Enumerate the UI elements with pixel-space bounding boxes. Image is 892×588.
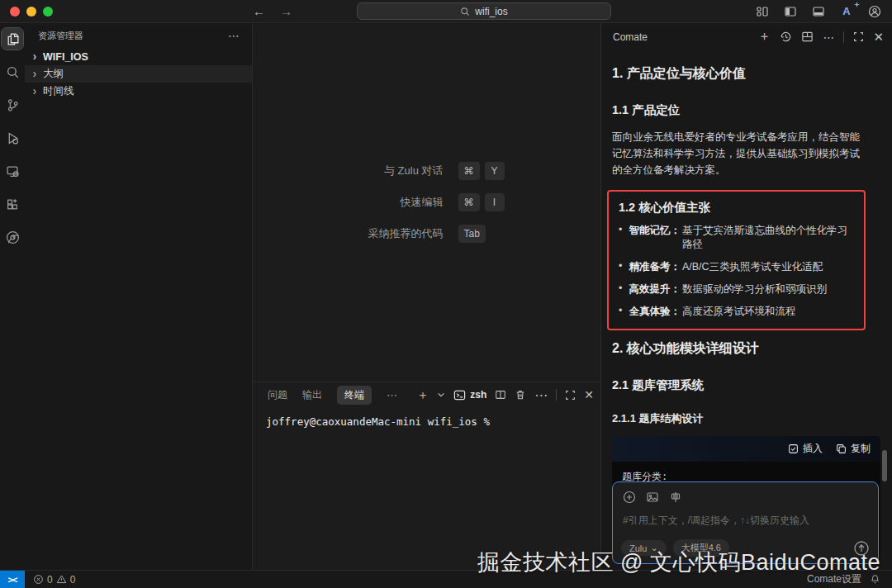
keycap-tab: Tab	[458, 225, 486, 243]
chevron-right-icon: ›	[30, 67, 40, 81]
tree-item-timeline[interactable]: › 时间线	[25, 83, 252, 100]
close-panel-icon[interactable]: ✕	[584, 388, 594, 401]
watermark-text: 掘金技术社区 @ 文心快码BaiduComate	[477, 548, 880, 577]
terminal-panel: 问题 输出 终端 ⋯ ＋ zsh ⋯ ✕ joffrey@caoxuande	[253, 382, 600, 570]
new-terminal-button[interactable]: ＋	[416, 387, 429, 403]
vscode-window: ← → wifi_ios A	[0, 0, 892, 588]
search-icon	[460, 7, 470, 17]
remote-explorer-icon[interactable]	[2, 160, 23, 182]
comate-more-icon[interactable]: ⋯	[823, 31, 834, 44]
error-icon	[33, 574, 44, 585]
value-bullet-list: 智能记忆：基于艾宾浩斯遗忘曲线的个性化学习路径 精准备考：A/B/C三类执照考试…	[619, 224, 856, 319]
terminal-dropdown-icon[interactable]	[437, 391, 445, 399]
comate-panel: Comate ＋ ⋯ ✕ 1. 产品定位与核心价值 1.1 产品定位 面向业余无…	[600, 23, 892, 570]
back-button[interactable]: ←	[253, 4, 265, 18]
tab-problems[interactable]: 问题	[268, 388, 287, 402]
add-context-icon[interactable]	[623, 491, 636, 504]
tab-terminal[interactable]: 终端	[337, 386, 372, 405]
zoom-window-button[interactable]	[43, 7, 53, 17]
chat-input-placeholder[interactable]: #引用上下文，/调起指令，↑↓切换历史输入	[623, 514, 868, 528]
insert-check-icon	[788, 443, 799, 454]
run-debug-icon[interactable]	[2, 127, 23, 149]
explorer-tab-icon[interactable]	[2, 28, 23, 50]
chevron-right-icon: ›	[30, 84, 40, 98]
command-center-search[interactable]: wifi_ios	[357, 2, 611, 20]
activity-bar	[0, 23, 25, 570]
chevron-right-icon: ›	[30, 50, 40, 64]
search-view-icon[interactable]	[2, 61, 23, 83]
tab-output[interactable]: 输出	[302, 388, 322, 402]
doc-heading: 2. 核心功能模块详细设计	[612, 340, 866, 358]
split-terminal-icon[interactable]	[495, 389, 506, 401]
titlebar: ← → wifi_ios A	[0, 0, 892, 23]
copy-icon	[836, 443, 847, 454]
terminal-icon	[453, 389, 466, 401]
doc-paragraph: 面向业余无线电爱好者的专业考试备考应用，结合智能记忆算法和科学学习方法，提供从基…	[612, 129, 866, 178]
browser-preview-icon[interactable]	[2, 226, 23, 248]
bullet-item: 精准备考：A/B/C三类执照考试专业化适配	[619, 260, 856, 274]
doc-heading: 1.1 产品定位	[612, 102, 866, 118]
expand-panel-icon[interactable]	[853, 31, 864, 42]
source-control-icon[interactable]	[2, 94, 23, 116]
search-value: wifi_ios	[475, 6, 507, 17]
doc-heading: 1.2 核心价值主张	[619, 200, 856, 216]
doc-heading: 2.1 题库管理系统	[612, 377, 866, 393]
instructions-icon[interactable]	[669, 491, 682, 504]
highlighted-section: 1.2 核心价值主张 智能记忆：基于艾宾浩斯遗忘曲线的个性化学习路径 精准备考：…	[607, 190, 866, 330]
customize-layout-icon[interactable]	[755, 4, 770, 19]
keycap-cmd: ⌘	[458, 193, 480, 211]
editor-shortcut-hints: 与 Zulu 对话 ⌘ Y 快速编辑 ⌘ I 采纳推荐的代码 Tab	[253, 162, 600, 243]
open-in-editor-icon[interactable]	[801, 31, 814, 43]
ai-assistant-icon[interactable]: A	[839, 4, 854, 19]
keycap-y: Y	[485, 162, 505, 180]
divider	[843, 31, 844, 43]
explorer-more-icon[interactable]: ⋯	[228, 29, 240, 42]
explorer-title: 资源管理器	[38, 30, 83, 42]
doc-heading: 1. 产品定位与核心价值	[612, 65, 866, 83]
maximize-panel-icon[interactable]	[565, 390, 576, 401]
shell-session[interactable]: zsh	[453, 389, 486, 401]
scrollbar-thumb[interactable]	[882, 450, 887, 481]
bullet-item: 智能记忆：基于艾宾浩斯遗忘曲线的个性化学习路径	[619, 224, 856, 252]
copy-code-button[interactable]: 复制	[836, 442, 871, 456]
close-window-button[interactable]	[10, 7, 20, 17]
bullet-item: 高效提升：数据驱动的学习分析和弱项识别	[619, 282, 856, 296]
extensions-icon[interactable]	[2, 193, 23, 215]
problems-status[interactable]: 0 0	[25, 574, 75, 586]
minimize-window-button[interactable]	[26, 7, 36, 17]
terminal-more-icon[interactable]: ⋯	[534, 387, 548, 403]
toggle-panel-icon[interactable]	[811, 4, 826, 19]
insert-code-button[interactable]: 插入	[788, 442, 823, 456]
window-controls[interactable]	[0, 7, 78, 17]
shortcut-label: 快速编辑	[320, 195, 444, 210]
comate-title: Comate	[613, 31, 648, 43]
keycap-i: I	[485, 193, 505, 211]
image-attach-icon[interactable]	[646, 491, 659, 504]
warning-icon	[56, 574, 67, 585]
explorer-sidebar: 资源管理器 ⋯ › WIFI_IOS › 大纲 › 时间线	[25, 23, 253, 570]
keycap-cmd: ⌘	[458, 162, 480, 180]
remote-indicator[interactable]: ><	[0, 571, 25, 588]
tree-item-wifi-ios[interactable]: › WIFI_IOS	[25, 48, 252, 65]
new-chat-button[interactable]: ＋	[757, 28, 771, 45]
tabs-more-icon[interactable]: ⋯	[387, 389, 397, 401]
bullet-item: 全真体验：高度还原考试环境和流程	[619, 305, 856, 319]
history-icon[interactable]	[780, 31, 792, 43]
forward-button[interactable]: →	[280, 4, 292, 18]
doc-heading: 2.1.1 题库结构设计	[612, 411, 866, 426]
shortcut-label: 与 Zulu 对话	[320, 164, 444, 178]
terminal-output[interactable]: joffrey@caoxuandeMac-mini wifi_ios %	[253, 407, 600, 428]
toggle-sidebar-icon[interactable]	[783, 4, 798, 19]
kill-terminal-icon[interactable]	[515, 389, 526, 401]
divider	[556, 389, 557, 401]
account-icon[interactable]	[867, 4, 882, 19]
editor-area: 与 Zulu 对话 ⌘ Y 快速编辑 ⌘ I 采纳推荐的代码 Tab	[253, 23, 600, 382]
close-comate-icon[interactable]: ✕	[873, 30, 884, 45]
shortcut-label: 采纳推荐的代码	[320, 226, 444, 241]
tree-item-outline[interactable]: › 大纲	[25, 65, 252, 83]
